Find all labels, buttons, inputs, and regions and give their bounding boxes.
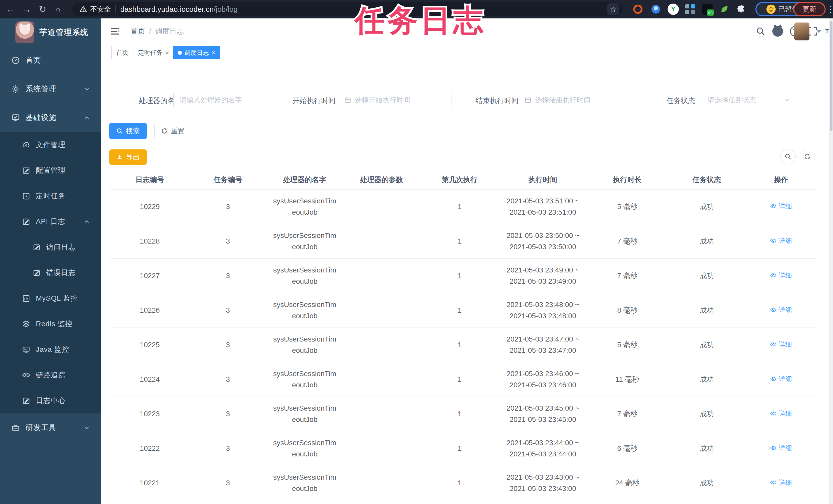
search-button[interactable]: 搜索: [109, 123, 147, 139]
emoji-icon: ☺: [766, 5, 776, 14]
extensions-puzzle-icon[interactable]: [735, 3, 747, 15]
scrollbar-thumb[interactable]: [830, 21, 832, 131]
status-select[interactable]: 请选择任务状态: [701, 92, 796, 108]
sidebar-item-error-log[interactable]: 错误日志: [0, 260, 101, 285]
detail-link[interactable]: 详细: [770, 270, 792, 281]
table-row: 10229 3 sysUserSessionTimeoutJob 1 2021-…: [110, 190, 817, 224]
bookmark-star-icon[interactable]: ☆: [608, 3, 619, 15]
sidebar-item-file-management[interactable]: 文件管理: [0, 132, 101, 158]
app-logo-rabbit-avatar: [15, 22, 34, 43]
infrastructure-icon: [11, 114, 20, 122]
sidebar-item-infrastructure[interactable]: 基础设施: [0, 103, 101, 132]
browser-back-icon[interactable]: ←: [6, 5, 15, 14]
browser-menu-icon[interactable]: ⋮: [826, 5, 833, 14]
log-table: 日志编号 任务编号 处理器的名字 处理器的参数 第几次执行 执行时间 执行时长 …: [110, 170, 817, 504]
eye-icon: [770, 272, 777, 279]
export-button[interactable]: 导出: [109, 149, 147, 165]
start-time-picker[interactable]: 选择开始执行时间: [339, 92, 451, 108]
detail-link[interactable]: 详细: [770, 304, 792, 316]
chevron-up-icon: [83, 218, 90, 225]
refresh-icon: [161, 128, 168, 134]
close-icon[interactable]: ×: [165, 49, 169, 56]
github-icon[interactable]: [770, 19, 785, 44]
toggle-search-button[interactable]: [780, 149, 795, 164]
chevron-down-icon: [83, 424, 90, 431]
reset-button[interactable]: 重置: [154, 123, 191, 139]
chevron-down-icon: [83, 85, 90, 93]
eye-icon: [770, 445, 777, 451]
breadcrumb-home[interactable]: 首页: [130, 26, 145, 36]
sidebar-item-dev-tools[interactable]: 研发工具: [0, 413, 101, 442]
sidebar-item-config-management[interactable]: 配置管理: [0, 158, 101, 183]
eye-icon: [770, 479, 777, 486]
status-label: 任务状态: [661, 93, 695, 109]
calendar-icon: [524, 97, 531, 104]
chevron-down-icon: [784, 97, 790, 103]
sidebar-item-home[interactable]: 首页: [0, 46, 101, 75]
tab-home[interactable]: 首页: [111, 46, 134, 59]
extension-orange-icon[interactable]: [632, 3, 644, 15]
detail-link[interactable]: 详细: [770, 408, 792, 419]
tab-scheduled-jobs[interactable]: 定时任务 ×: [133, 46, 174, 59]
calendar-icon: [344, 97, 351, 104]
detail-link[interactable]: 详细: [770, 477, 792, 488]
extension-y-icon[interactable]: Y: [667, 3, 679, 15]
sidebar-item-trace[interactable]: 链路追踪: [0, 362, 101, 388]
navbar: 首页 / 调度日志 ? TT: [101, 19, 833, 44]
detail-link[interactable]: 详细: [770, 442, 792, 454]
main-area: 首页 / 调度日志 ? TT 首页 定时任务 × 调度日志 × 处理: [101, 19, 833, 504]
java-monitor-icon: [22, 345, 30, 354]
table-row: 10220 3 sysUserSessionTimeoutJob 1 2021-…: [110, 500, 817, 504]
table-row: 10228 3 sysUserSessionTimeoutJob 1 2021-…: [110, 224, 817, 259]
sidebar-item-scheduled-jobs[interactable]: 定时任务: [0, 183, 101, 209]
close-icon[interactable]: ×: [212, 49, 215, 56]
browser-reload-icon[interactable]: ↻: [39, 5, 46, 14]
log-icon: [22, 218, 30, 226]
handler-name-input-wrap: [173, 92, 272, 108]
browser-home-icon[interactable]: ⌂: [55, 5, 61, 14]
gear-icon: [11, 85, 20, 93]
sidebar-item-api-log[interactable]: API 日志: [0, 209, 101, 234]
avatar-caret-down-icon[interactable]: [816, 30, 822, 33]
extension-on-badge-icon[interactable]: on: [701, 3, 713, 15]
detail-link[interactable]: 详细: [770, 201, 792, 212]
dashboard-icon: [11, 56, 20, 65]
infrastructure-submenu: 文件管理 配置管理 定时任务 API 日志 访问日志 错误日志 MySQL 监控: [0, 132, 101, 413]
app-logo-row[interactable]: 芋道管理系统: [0, 19, 101, 46]
user-avatar[interactable]: [794, 23, 809, 41]
scrollbar[interactable]: [829, 19, 833, 504]
active-tab-dot: [178, 51, 182, 55]
browser-forward-icon[interactable]: →: [23, 5, 31, 14]
eye-icon: [770, 376, 777, 382]
detail-link[interactable]: 详细: [770, 235, 792, 246]
sidebar-item-access-log[interactable]: 访问日志: [0, 234, 101, 260]
sidebar-item-java-monitor[interactable]: Java 监控: [0, 337, 101, 362]
log-icon: [22, 397, 30, 405]
extension-grid-icon[interactable]: [684, 3, 696, 15]
refresh-table-button[interactable]: [800, 149, 815, 164]
detail-link[interactable]: 详细: [770, 373, 792, 384]
end-time-label: 结束执行时间: [470, 93, 519, 109]
sidebar-item-mysql-monitor[interactable]: MySQL 监控: [0, 285, 101, 311]
sidebar-item-system-management[interactable]: 系统管理: [0, 75, 101, 103]
address-bar[interactable]: 不安全 dashboard.yudao.iocoder.cn /job/log …: [72, 2, 623, 16]
download-icon: [116, 154, 123, 160]
handler-name-input[interactable]: [174, 92, 272, 108]
insecure-warning-icon: [79, 5, 87, 13]
cloud-upload-icon: [22, 141, 30, 149]
url-text: dashboard.yudao.iocoder.cn: [120, 5, 214, 14]
hamburger-icon[interactable]: [109, 26, 121, 37]
tab-schedule-log[interactable]: 调度日志 ×: [173, 46, 220, 59]
extension-bulb-icon[interactable]: [650, 3, 662, 15]
start-time-label: 开始执行时间: [288, 93, 335, 109]
sidebar-item-log-center[interactable]: 日志中心: [0, 388, 101, 413]
table-row: 10227 3 sysUserSessionTimeoutJob 1 2021-…: [110, 259, 817, 293]
sidebar-item-redis-monitor[interactable]: Redis 监控: [0, 311, 101, 337]
detail-link[interactable]: 详细: [770, 339, 792, 350]
table-header-row: 日志编号 任务编号 处理器的名字 处理器的参数 第几次执行 执行时间 执行时长 …: [110, 170, 817, 190]
end-time-picker[interactable]: 选择结束执行时间: [519, 92, 631, 108]
extension-leaf-icon[interactable]: [718, 3, 730, 15]
browser-update-button[interactable]: 更新: [793, 2, 826, 16]
chevron-up-icon: [83, 114, 90, 121]
header-search-icon[interactable]: [753, 19, 768, 44]
